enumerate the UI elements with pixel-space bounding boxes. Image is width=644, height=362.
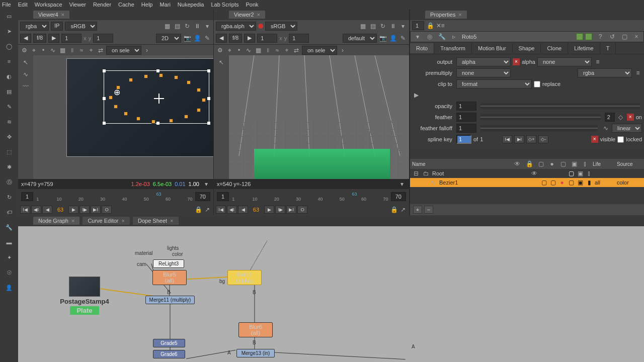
menu-edit[interactable]: Edit	[18, 2, 28, 8]
node-grade5[interactable]: Grade5	[153, 339, 185, 347]
tree-bezier-row[interactable]: ∿ Bezier1 ▢ ▢ ● ▢ ▣ ▮ all color	[410, 178, 644, 187]
ip-button[interactable]: IP	[51, 22, 63, 31]
channel2-select[interactable]: rgba.alpha	[216, 22, 256, 31]
node-relight[interactable]: ReLight3	[153, 259, 184, 268]
curve-tool-icon[interactable]: ∿	[22, 70, 30, 78]
tool-move-icon[interactable]: ✥	[4, 132, 14, 142]
timeline-ruler[interactable]: 63 1 10 20 30 40 50 60 70	[36, 192, 192, 202]
menu-icon[interactable]: ≡	[594, 58, 602, 66]
y-input[interactable]	[93, 34, 113, 43]
node-grade6[interactable]: Grade6	[153, 350, 185, 358]
menu-render[interactable]: Render	[93, 2, 111, 8]
tab-motionblur[interactable]: Motion Blur	[472, 43, 513, 53]
tool-1-icon[interactable]: ▭	[4, 11, 14, 21]
premult-select[interactable]: none	[456, 68, 511, 77]
blend-icon[interactable]: ▮	[586, 178, 593, 187]
tab-clone[interactable]: Clone	[541, 43, 568, 53]
node-postagestamp[interactable]: PostageStamp4 Plate	[59, 277, 110, 316]
mask-select[interactable]: none	[537, 57, 592, 66]
falloff-input[interactable]	[456, 124, 476, 133]
close-icon[interactable]: ×	[71, 218, 74, 224]
select-tool-icon[interactable]: ↖	[22, 58, 30, 66]
curveeditor-tab[interactable]: Curve Editor×	[83, 217, 130, 225]
splinekey-input[interactable]	[456, 135, 471, 144]
layout-icon[interactable]: ▤	[173, 22, 181, 30]
loop-button[interactable]: O	[297, 206, 307, 214]
close-icon[interactable]: ×	[257, 12, 260, 18]
menu-icon[interactable]: ≡	[634, 69, 642, 77]
target-icon[interactable]: ◎	[426, 33, 434, 41]
frame-end[interactable]: 70	[391, 192, 406, 201]
tab-shape[interactable]: Shape	[513, 43, 541, 53]
prev-key-button[interactable]: ◀I	[31, 206, 41, 214]
dropdown-icon[interactable]: ▾	[399, 22, 407, 30]
tool-cube-icon[interactable]: ⬚	[4, 147, 14, 157]
colorspace-select[interactable]: sRGB	[65, 22, 97, 31]
anim-icon[interactable]: ◇	[617, 113, 625, 121]
play-back-button[interactable]: ◀	[238, 206, 248, 214]
eye-icon[interactable]: 👁	[530, 169, 538, 177]
col-source[interactable]: Source	[617, 161, 642, 167]
lock-icon[interactable]: 🔒	[390, 206, 398, 214]
sq1-icon[interactable]: ▢	[540, 178, 547, 187]
tree-root-row[interactable]: ⊟ 🗀 Root 👁 ▢ ▣ ⫿	[410, 169, 644, 178]
colorspace2-select[interactable]: sRGB	[265, 22, 297, 31]
wrench-icon[interactable]: 🔧	[438, 33, 446, 41]
y-input[interactable]	[289, 34, 309, 43]
sq-icon[interactable]: ▣	[577, 169, 584, 177]
tool-star-icon[interactable]: ✦	[4, 252, 14, 262]
picker-icon[interactable]: ⌖	[225, 46, 233, 54]
grid2-icon[interactable]: ▦	[254, 46, 262, 54]
close-icon[interactable]: ×	[170, 218, 173, 224]
node-roto5[interactable]: Roto5(alpha)	[227, 270, 262, 285]
next-button[interactable]: ▶	[244, 34, 255, 43]
menu-help[interactable]: Help	[141, 2, 153, 8]
replace-check[interactable]	[534, 81, 540, 87]
cam-icon[interactable]: 📷	[379, 34, 387, 42]
tool-d-icon[interactable]: Ⓓ	[4, 177, 14, 187]
first-key-button[interactable]: I◀	[502, 135, 512, 143]
grid2-icon[interactable]: ▦	[58, 46, 66, 54]
channel-select[interactable]: rgba	[20, 22, 49, 31]
tool-color-icon[interactable]: ◐	[4, 71, 14, 81]
gear-icon[interactable]: ⚙	[216, 46, 224, 54]
add-key-button[interactable]: ◇+	[526, 135, 536, 143]
tool-layers-icon[interactable]: ≋	[4, 117, 14, 127]
dot-icon[interactable]: •	[235, 46, 243, 54]
curve-icon[interactable]: ∿	[602, 124, 610, 132]
menu-viewer[interactable]: Viewer	[69, 2, 86, 8]
picker-icon[interactable]: ⌖	[30, 46, 38, 54]
next-key-button[interactable]: I▶	[275, 206, 285, 214]
menu-cache[interactable]: Cache	[118, 2, 134, 8]
export-icon[interactable]: ↗	[203, 206, 211, 214]
x-button[interactable]: ×	[513, 58, 520, 65]
dot-icon[interactable]: •	[39, 46, 47, 54]
tool-ironman-icon[interactable]: 👤	[4, 283, 14, 293]
tool-disk-icon[interactable]: ▬	[4, 237, 14, 247]
col-name[interactable]: Name	[412, 161, 509, 167]
output-select[interactable]: alpha	[456, 57, 511, 66]
sq3-icon[interactable]: ▢	[568, 178, 575, 187]
tab-lifetime[interactable]: Lifetime	[568, 43, 600, 53]
green-sq-icon[interactable]	[585, 33, 592, 40]
wave-icon[interactable]: ≈	[77, 46, 86, 54]
float-icon[interactable]: ▢	[620, 33, 628, 41]
loop-button[interactable]: O	[102, 206, 112, 214]
frame-end[interactable]: 70	[195, 192, 210, 201]
play-back-button[interactable]: ◀	[42, 206, 52, 214]
node-merge11[interactable]: Merge11 (multiply)	[145, 296, 195, 304]
next-key-button[interactable]: ▶I	[514, 135, 524, 143]
anchor-icon[interactable]: ⊕	[114, 87, 120, 97]
node-blur6[interactable]: Blur6(all)	[238, 322, 273, 337]
feather2-input[interactable]	[605, 113, 615, 122]
tool-particles-icon[interactable]: ✱	[4, 162, 14, 172]
play-fwd-button[interactable]: ▶	[264, 206, 274, 214]
tool-back-icon[interactable]: ⦾	[4, 267, 14, 278]
help-icon[interactable]: ?	[596, 33, 604, 41]
cam-icon[interactable]: 📷	[183, 34, 191, 42]
wave-icon[interactable]: ≈	[273, 46, 281, 54]
lock-icon[interactable]: 🔒	[426, 22, 434, 30]
close-icon[interactable]: ×	[458, 12, 461, 18]
clear-icon[interactable]: ✕≡	[436, 22, 444, 30]
record-icon[interactable]	[258, 24, 263, 29]
